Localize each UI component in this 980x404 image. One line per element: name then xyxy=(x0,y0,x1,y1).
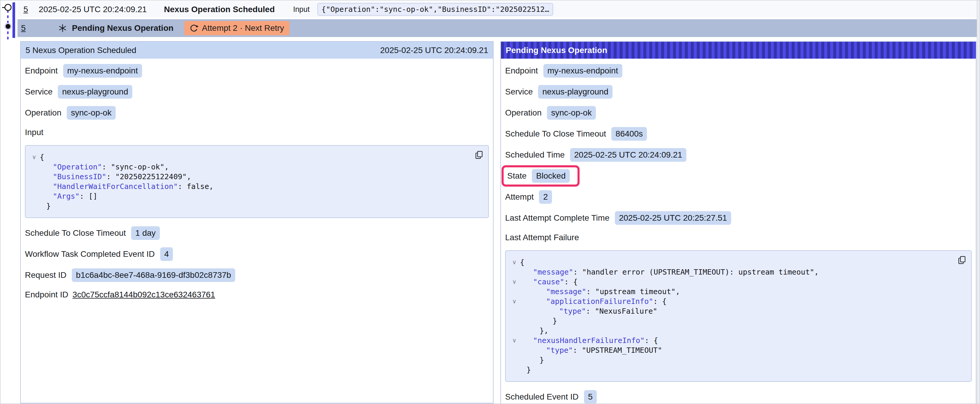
field-label: Scheduled Event ID xyxy=(505,392,579,402)
collapse-chevron-icon[interactable]: ∨ xyxy=(29,152,40,162)
field-label: Schedule To Close Timeout xyxy=(25,228,126,238)
field-row-last-attempt-failure: Last Attempt Failure xyxy=(505,232,972,243)
field-value-chip: 2025-02-25 UTC 20:24:09.21 xyxy=(570,148,686,162)
scrollbar-gutter[interactable] xyxy=(977,1,979,403)
field-value-chip: 5 xyxy=(584,390,597,404)
code-text: }, xyxy=(520,326,549,336)
field-value-chip: b1c6a4bc-8ee7-468a-9169-df3b02c8737b xyxy=(72,268,235,282)
field-value-chip: my-nexus-endpoint xyxy=(63,64,142,78)
scheduled-panel-timestamp: 2025-02-25 UTC 20:24:09.21 xyxy=(380,46,488,55)
code-text: "type": "NexusFailure" xyxy=(520,306,657,316)
json-code-line: "message": "handler error (UPSTREAM_TIME… xyxy=(509,267,953,277)
event-row-nexus-operation-scheduled[interactable]: 5 2025-02-25 UTC 20:24:09.21 Nexus Opera… xyxy=(18,1,977,17)
field-label: Service xyxy=(505,87,533,97)
field-value-chip: nexus-playground xyxy=(58,85,132,99)
field-label: Input xyxy=(25,128,43,137)
failure-json-block: ∨{"message": "handler error (UPSTREAM_TI… xyxy=(505,250,972,382)
field-label: Operation xyxy=(505,108,542,117)
field-value-chip: sync-op-ok xyxy=(67,106,116,120)
field-label: Request ID xyxy=(25,271,67,280)
code-text: "cause": { xyxy=(520,277,578,287)
field-label: Last Attempt Failure xyxy=(505,233,579,242)
field-row-input: Input xyxy=(25,127,489,138)
field-value-chip: my-nexus-endpoint xyxy=(543,64,622,78)
pending-panel-body: Endpointmy-nexus-endpointServicenexus-pl… xyxy=(501,59,976,404)
field-value-chip: nexus-playground xyxy=(538,85,612,99)
timeline-selected-bar xyxy=(13,2,15,38)
code-text: } xyxy=(520,316,557,326)
field-row-workflow-task-completed-event-id: Workflow Task Completed Event ID4 xyxy=(25,247,489,261)
timeline-open-circle-marker[interactable] xyxy=(5,4,11,11)
code-text: "Args": [] xyxy=(40,191,98,201)
event-title: Nexus Operation Scheduled xyxy=(164,5,275,14)
json-code-line: } xyxy=(509,316,953,326)
field-row-endpoint: Endpointmy-nexus-endpoint xyxy=(505,64,972,78)
temporal-event-detail-view: 5 2025-02-25 UTC 20:24:09.21 Nexus Opera… xyxy=(0,0,980,404)
field-row-schedule-to-close-timeout: Schedule To Close Timeout86400s xyxy=(505,127,972,141)
event-id-link[interactable]: 5 xyxy=(24,5,28,14)
field-label: Service xyxy=(25,87,52,97)
scheduled-panel-header: 5 Nexus Operation Scheduled 2025-02-25 U… xyxy=(21,42,493,59)
json-code-line: } xyxy=(29,201,471,211)
code-text: "BusinessID": "20250225122409", xyxy=(40,172,191,182)
copy-icon[interactable] xyxy=(474,150,484,161)
code-gutter xyxy=(509,287,520,296)
code-text: "message": "handler error (UPSTREAM_TIME… xyxy=(520,267,819,277)
field-label: Endpoint xyxy=(505,66,538,76)
field-value-chip: 86400s xyxy=(611,127,647,141)
code-gutter xyxy=(509,306,520,316)
event-row-pending-nexus-operation[interactable]: 5 Pending Nexus Operation Attempt 2 · Ne… xyxy=(18,19,977,37)
event-id-link[interactable]: 5 xyxy=(21,24,26,33)
field-label: Endpoint ID xyxy=(25,290,68,299)
code-text: { xyxy=(40,152,44,162)
code-gutter xyxy=(509,316,520,326)
field-row-scheduled-event-id: Scheduled Event ID5 xyxy=(505,390,972,404)
field-row-operation: Operationsync-op-ok xyxy=(25,106,489,120)
field-value-link[interactable]: 3c0c75ccfa8144b092c13ce632463761 xyxy=(72,290,215,299)
event-input-label: Input xyxy=(293,5,310,14)
json-code-line: "Args": [] xyxy=(29,191,471,201)
collapse-chevron-icon[interactable]: ∨ xyxy=(509,257,520,267)
code-text: "Operation": "sync-op-ok", xyxy=(40,162,169,172)
field-row-endpoint: Endpointmy-nexus-endpoint xyxy=(25,64,489,78)
json-code-line: } xyxy=(509,355,953,365)
pending-asterisk-icon xyxy=(58,24,67,33)
field-value-chip: 4 xyxy=(160,247,173,261)
field-label: Endpoint xyxy=(25,66,58,76)
timeline-filled-dot-marker[interactable] xyxy=(5,23,11,30)
field-value-chip: 1 day xyxy=(131,226,160,240)
json-code-line: "Operation": "sync-op-ok", xyxy=(29,162,471,172)
event-input-preview-badge[interactable]: {"Operation":"sync-op-ok","BusinessID":"… xyxy=(317,3,554,16)
code-gutter xyxy=(509,267,520,277)
collapse-chevron-icon[interactable]: ∨ xyxy=(509,296,520,306)
json-code-line: ∨{ xyxy=(509,257,953,267)
pending-panel-title: Pending Nexus Operation xyxy=(506,46,607,55)
code-text: } xyxy=(520,355,544,365)
code-gutter xyxy=(29,162,40,172)
field-row-service: Servicenexus-playground xyxy=(505,85,972,99)
field-row-endpoint-id: Endpoint ID3c0c75ccfa8144b092c13ce632463… xyxy=(25,289,489,300)
code-gutter xyxy=(509,345,520,355)
pending-event-title: Pending Nexus Operation xyxy=(72,24,173,33)
collapse-chevron-icon[interactable]: ∨ xyxy=(509,277,520,287)
code-gutter xyxy=(509,365,520,375)
code-text: "nexusHandlerFailureInfo": { xyxy=(520,336,658,345)
field-label: State xyxy=(507,171,527,181)
collapse-chevron-icon[interactable]: ∨ xyxy=(509,336,520,345)
code-gutter xyxy=(29,191,40,201)
json-code-line: "type": "NexusFailure" xyxy=(509,306,953,316)
retry-attempt-badge[interactable]: Attempt 2 · Next Retry xyxy=(184,21,290,35)
code-text: "applicationFailureInfo": { xyxy=(520,296,667,306)
pending-operation-detail-panel: Pending Nexus Operation Endpointmy-nexus… xyxy=(500,41,977,404)
event-timestamp: 2025-02-25 UTC 20:24:09.21 xyxy=(39,5,147,14)
copy-icon[interactable] xyxy=(957,255,967,266)
code-gutter xyxy=(509,326,520,336)
json-code-line: ∨"nexusHandlerFailureInfo": { xyxy=(509,336,953,345)
json-code-line: "type": "UPSTREAM_TIMEOUT" xyxy=(509,345,953,355)
field-label: Workflow Task Completed Event ID xyxy=(25,249,155,259)
field-row-last-attempt-complete-time: Last Attempt Complete Time2025-02-25 UTC… xyxy=(505,211,972,225)
field-row-attempt: Attempt2 xyxy=(505,190,972,204)
field-value-chip: 2025-02-25 UTC 20:25:27.51 xyxy=(615,211,731,225)
field-row-operation: Operationsync-op-ok xyxy=(505,106,972,120)
scheduled-panel-title: 5 Nexus Operation Scheduled xyxy=(25,46,137,55)
